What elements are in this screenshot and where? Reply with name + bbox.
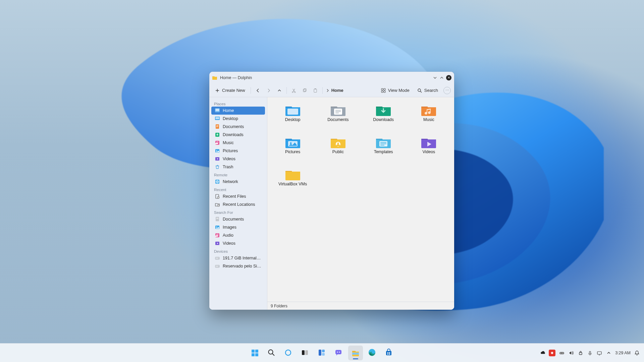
svg-rect-29 <box>216 217 219 221</box>
sidebar-item-label: Trash <box>223 165 233 169</box>
taskbar-edge[interactable] <box>365 346 380 360</box>
sidebar-item-documents-gray[interactable]: Documents <box>211 215 265 223</box>
sidebar-item-drive[interactable]: Reservado pelo Si… <box>211 262 265 270</box>
copy-button[interactable] <box>301 87 308 94</box>
folder-label: Downloads <box>373 117 394 122</box>
gamepad-icon[interactable] <box>559 350 565 356</box>
taskbar-widgets[interactable] <box>315 346 329 360</box>
svg-rect-4 <box>314 89 317 92</box>
content-pane[interactable]: DesktopDocumentsDownloadsMusicPicturesPu… <box>267 97 454 310</box>
sidebar-item-pictures[interactable]: Pictures <box>211 147 265 155</box>
minimize-button[interactable] <box>433 75 437 80</box>
svg-rect-62 <box>322 350 325 352</box>
create-new-label: Create New <box>222 88 245 93</box>
sidebar-item-recent-files[interactable]: Recent Files <box>211 192 265 200</box>
maximize-button[interactable] <box>439 75 444 80</box>
documents-icon <box>215 124 220 129</box>
sidebar-item-label: Recent Locations <box>223 202 255 207</box>
svg-point-22 <box>216 150 217 151</box>
volume-icon[interactable] <box>568 350 574 356</box>
explorer-icon <box>351 349 360 357</box>
network-icon[interactable] <box>596 350 602 356</box>
sidebar-item-music[interactable]: Music <box>211 139 265 147</box>
taskbar-start[interactable] <box>248 346 262 360</box>
sidebar-item-home[interactable]: Home <box>211 107 265 115</box>
sidebar-item-desktop[interactable]: Desktop <box>211 115 265 123</box>
sidebar-item-recent-locations[interactable]: Recent Locations <box>211 200 265 208</box>
taskbar-clock[interactable]: 3:29 AM <box>615 351 631 355</box>
taskbar-store[interactable] <box>382 346 396 360</box>
paste-button[interactable] <box>312 87 319 94</box>
back-button[interactable] <box>254 87 262 94</box>
onedrive-icon[interactable] <box>539 350 545 356</box>
notifications-icon[interactable] <box>634 350 640 356</box>
view-mode-button[interactable]: View Mode <box>379 86 412 95</box>
svg-rect-31 <box>216 219 218 219</box>
svg-point-0 <box>292 92 293 93</box>
svg-rect-5 <box>315 88 316 89</box>
search-icon <box>267 349 276 357</box>
svg-point-46 <box>290 142 291 144</box>
svg-rect-67 <box>352 353 359 355</box>
folder-label: Music <box>423 117 434 122</box>
sidebar-item-documents[interactable]: Documents <box>211 123 265 131</box>
sidebar-item-label: Videos <box>223 157 235 161</box>
close-button[interactable]: ✕ <box>446 75 451 80</box>
folder-plain[interactable]: VirtualBox VMs <box>271 167 315 198</box>
app-icon <box>212 75 217 80</box>
sidebar-item-pictures[interactable]: Images <box>211 223 265 231</box>
folder-downloads[interactable]: Downloads <box>362 103 406 133</box>
folder-icon <box>421 136 437 148</box>
taskbar-explorer[interactable] <box>348 346 363 360</box>
sidebar-item-videos[interactable]: Videos <box>211 239 265 247</box>
search-button[interactable]: Search <box>415 86 440 95</box>
sidebar-item-drive[interactable]: 191.7 GiB Internal … <box>211 254 265 262</box>
svg-rect-40 <box>287 109 298 115</box>
sidebar-item-music[interactable]: Audio <box>211 231 265 239</box>
sidebar-item-label: Network <box>223 179 238 184</box>
folder-label: Public <box>332 149 344 154</box>
sidebar[interactable]: Places HomeDesktopDocumentsDownloadsMusi… <box>209 97 267 310</box>
folder-music[interactable]: Music <box>407 103 451 133</box>
breadcrumb[interactable]: Home <box>326 88 343 93</box>
svg-rect-7 <box>384 88 385 90</box>
folder-templates[interactable]: Templates <box>362 135 406 166</box>
sidebar-item-label: Documents <box>223 124 244 129</box>
sidebar-item-network[interactable]: Network <box>211 178 265 186</box>
sidebar-heading-search: Search For <box>211 208 265 215</box>
sidebar-item-videos[interactable]: Videos <box>211 155 265 163</box>
folder-public[interactable]: Public <box>316 135 360 166</box>
cut-button[interactable] <box>290 87 298 94</box>
sidebar-item-downloads[interactable]: Downloads <box>211 131 265 139</box>
desktop[interactable]: Home — Dolphin ✕ Create New Hom <box>0 0 644 362</box>
taskbar-taskview[interactable] <box>298 346 313 360</box>
titlebar[interactable]: Home — Dolphin ✕ <box>209 72 454 84</box>
sidebar-item-trash[interactable]: Trash <box>211 163 265 171</box>
create-new-button[interactable]: Create New <box>213 86 247 95</box>
svg-point-1 <box>294 92 296 93</box>
taskbar-chat[interactable] <box>331 346 346 360</box>
lock-icon[interactable] <box>578 350 584 356</box>
svg-rect-16 <box>216 125 218 126</box>
svg-rect-78 <box>589 351 591 354</box>
svg-rect-74 <box>559 352 564 354</box>
separator <box>251 87 251 94</box>
folder-videos[interactable]: Videos <box>407 135 451 166</box>
folder-icon <box>375 136 391 148</box>
up-button[interactable] <box>276 87 283 94</box>
taskbar-search[interactable] <box>264 346 279 360</box>
toolbar: Create New Home View Mode Search <box>209 84 454 97</box>
svg-rect-77 <box>579 353 582 355</box>
anydesk-icon[interactable] <box>549 350 555 356</box>
forward-button[interactable] <box>265 87 272 94</box>
more-button[interactable]: ⋯ <box>443 87 451 94</box>
folder-documents[interactable]: Documents <box>316 103 360 133</box>
svg-point-57 <box>269 350 273 354</box>
taskbar-cortana[interactable] <box>281 346 296 360</box>
tray-chevron-up-icon[interactable] <box>606 350 612 356</box>
status-text: 9 Folders <box>271 304 287 308</box>
svg-point-39 <box>218 266 219 267</box>
microphone-icon[interactable] <box>587 350 593 356</box>
folder-pictures[interactable]: Pictures <box>271 135 315 166</box>
folder-desktop[interactable]: Desktop <box>271 103 315 133</box>
